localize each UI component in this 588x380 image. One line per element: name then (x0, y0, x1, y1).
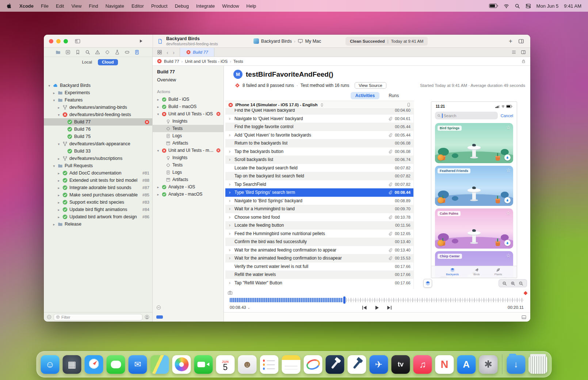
disclosure-icon[interactable]: › (229, 215, 232, 219)
zoom-out-button[interactable] (502, 281, 507, 286)
action-unit-and-ui-tests-ios[interactable]: ▾ Unit and UI Tests - iOS (153, 110, 224, 118)
nav-item-integrate-adorable-bird-sounds[interactable]: ▸ Integrate adorable bird sounds #87 (44, 184, 152, 191)
action-logs[interactable]: Logs (153, 169, 224, 176)
dock-xcode[interactable] (326, 355, 344, 374)
nav-item-release[interactable]: ▸ Release (44, 220, 152, 228)
nav-item-make-seed-purchases-observable[interactable]: ▸ Make seed purchases observable #85 (44, 191, 152, 199)
test-step[interactable]: › Wait for a Hummingbird to land 00:09.7… (225, 205, 413, 213)
nav-item-add-docc-documentation[interactable]: ▸ Add DocC documentation #81 (44, 169, 152, 177)
dock-developer[interactable] (348, 355, 366, 374)
back-button[interactable]: ‹ (167, 50, 168, 55)
disclosure-icon[interactable]: › (229, 116, 232, 121)
disclosure-icon[interactable]: › (229, 149, 232, 154)
disclosure-icon[interactable]: ▸ (57, 208, 61, 212)
favorite-star-button[interactable]: ☆ (506, 253, 511, 258)
nav-item-dev-features-animating-birds[interactable]: ▸ dev/features/animating-birds (44, 104, 152, 111)
action-build-ios[interactable]: ▸ Build - iOS (153, 96, 224, 103)
disclosure-icon[interactable]: › (229, 207, 232, 211)
test-step[interactable]: Locate the backyard search field 00:07.8… (225, 164, 413, 172)
close-button[interactable] (49, 39, 53, 43)
menubar-date[interactable]: Mon Jun 5 (537, 3, 559, 9)
dock-tv[interactable]: tv (392, 355, 410, 374)
play-button[interactable] (374, 305, 380, 311)
beaker-navigator-icon[interactable] (115, 50, 120, 55)
disclosure-icon[interactable]: › (229, 182, 232, 187)
avatar-icon[interactable] (145, 315, 149, 319)
filter-input[interactable]: Filter (54, 314, 142, 320)
attachment-preview[interactable]: 11:21 Search Cancel (431, 101, 517, 278)
sim-tab-plants[interactable]: Plants (495, 268, 502, 276)
test-step[interactable]: › Feed the Hummingbird some nutritional … (225, 230, 413, 238)
menu-find[interactable]: Find (89, 3, 98, 9)
warning-navigator-icon[interactable] (95, 50, 100, 55)
backyard-card-feathered-friends[interactable]: Feathered Friends ☆ (435, 166, 513, 206)
editor-layout-icon[interactable] (518, 38, 524, 44)
activity-status[interactable]: Clean Succeeded | Today at 9:41 AM (345, 37, 428, 46)
dock-freeform[interactable] (304, 355, 322, 374)
favorite-star-button[interactable]: ☆ (506, 124, 511, 130)
nav-item-updated-bird-artwork-from-design[interactable]: ▸ Updated bird artwork from design #86 (44, 213, 152, 220)
dock-downloads[interactable]: ↓ (507, 355, 526, 374)
disclosure-icon[interactable]: › (229, 256, 232, 260)
scheme-selector[interactable]: Backyard Birds › My Mac (253, 38, 321, 44)
menu-editor[interactable]: Editor (131, 3, 144, 9)
water-button[interactable] (504, 154, 511, 161)
wifi-icon[interactable] (504, 3, 509, 9)
breadcrumb-action[interactable]: Unit and UI Tests - iOS (185, 59, 228, 64)
disclosure-icon[interactable]: ▸ (57, 171, 61, 175)
magnifier-navigator-icon[interactable] (85, 50, 90, 55)
timeline-playhead[interactable] (343, 296, 345, 304)
menubar-time[interactable]: 9:41 AM (564, 3, 581, 9)
search-input[interactable]: Search (435, 112, 498, 119)
test-step[interactable]: Confirm the bird was fed successfully 00… (225, 238, 413, 246)
zoom-fit-button[interactable] (519, 281, 523, 286)
dock-facetime[interactable] (194, 355, 213, 374)
tab-build-77[interactable]: Build 77 (180, 48, 214, 57)
dock-reminders[interactable] (260, 355, 279, 374)
scope-cloud[interactable]: Cloud (98, 59, 118, 65)
nav-item-support-exotic-bird-species[interactable]: ▸ Support exotic bird species #83 (44, 199, 152, 206)
nav-item-dev-features-subscriptions[interactable]: ▸ dev/features/subscriptions (44, 155, 152, 162)
disclosure-icon[interactable]: ▾ (52, 98, 56, 102)
forward-button[interactable]: › (173, 50, 175, 55)
test-step[interactable]: Tap on the backyard list search field 00… (225, 172, 413, 180)
library-add-button[interactable]: + (507, 38, 515, 44)
tab-activities[interactable]: Activities (351, 92, 379, 99)
disclosure-icon[interactable]: › (229, 248, 232, 252)
nav-item-experiments[interactable]: ▸ Experiments (44, 89, 152, 96)
dock-trash[interactable] (529, 355, 547, 374)
disclosure-icon[interactable]: ▸ (57, 186, 61, 190)
dock-calendar[interactable]: JUN5 (216, 355, 235, 374)
failure-marker[interactable] (523, 291, 527, 295)
action-artifacts[interactable]: Artifacts (153, 176, 224, 183)
reportdoc-navigator-icon[interactable] (134, 50, 140, 55)
action-logs[interactable]: Logs (153, 132, 224, 139)
backyard-card-bird-springs[interactable]: Bird Springs ☆ (435, 123, 513, 163)
action-tests[interactable]: Tests (153, 125, 224, 132)
disclosure-icon[interactable]: ▸ (57, 157, 61, 161)
test-step[interactable]: Verify the current water level is not fu… (225, 262, 413, 271)
dock-notes[interactable] (282, 355, 301, 374)
test-step[interactable]: › Add 'Quiet Haven' to favorite backyard… (225, 131, 413, 139)
nav-item-update-bird-flight-animations[interactable]: ▸ Update bird flight animations #84 (44, 206, 152, 213)
action-artifacts[interactable]: Artifacts (153, 139, 224, 147)
disclosure-icon[interactable]: ▾ (57, 113, 61, 117)
bottom-panel-toggle-icon[interactable] (521, 315, 527, 320)
action-insights[interactable]: Insights (153, 118, 224, 125)
disclosure-icon[interactable]: › (229, 133, 232, 137)
favorite-star-button[interactable]: ☆ (506, 210, 511, 216)
menu-navigate[interactable]: Navigate (106, 3, 124, 9)
list-view-icon[interactable] (511, 50, 516, 55)
sort-chevrons-icon[interactable] (320, 103, 324, 107)
disclosure-icon[interactable]: ▸ (57, 179, 61, 183)
offline-toggle-icon[interactable] (47, 315, 51, 319)
dock-contacts[interactable]: ☻ (238, 355, 257, 374)
disclosure-icon[interactable]: › (229, 190, 232, 195)
disclosure-icon[interactable]: ▸ (57, 193, 61, 197)
test-step[interactable]: › Tap "Refill Water" Button 00:17.66 (225, 279, 413, 287)
step-back-button[interactable] (362, 305, 367, 311)
spotlight-search-icon[interactable] (515, 3, 520, 9)
tests-navigator-icon[interactable] (105, 50, 110, 55)
menu-app-name[interactable]: Xcode (19, 3, 34, 9)
disclosure-icon[interactable]: ▸ (52, 222, 56, 226)
